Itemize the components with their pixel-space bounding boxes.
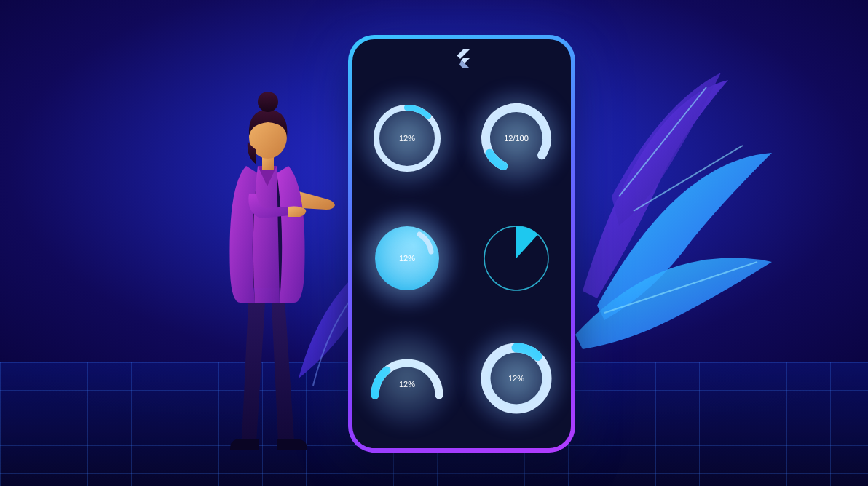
- gauge-grid: 12% 12/100: [352, 79, 571, 438]
- illustration-stage: 12% 12/100: [0, 0, 868, 486]
- gauge-label: 12/100: [504, 134, 529, 143]
- gauge-label: 12%: [399, 380, 415, 389]
- svg-point-10: [258, 92, 278, 112]
- svg-rect-8: [262, 154, 274, 170]
- svg-point-9: [249, 115, 287, 159]
- gauge-label: 12%: [399, 134, 415, 143]
- leaf-cluster-right: [553, 73, 786, 393]
- phone-screen: 12% 12/100: [352, 39, 571, 448]
- gauge-ring-thin: 12%: [363, 95, 451, 182]
- flutter-logo-icon: [454, 49, 470, 71]
- gauge-ring-thick: 12%: [473, 335, 560, 422]
- gauge-arc-half: 12%: [363, 335, 451, 422]
- gauge-fill-circle: 12%: [363, 215, 451, 302]
- gauge-label: 12%: [399, 254, 415, 263]
- gauge-label: 12%: [508, 374, 524, 383]
- phone-mockup: 12% 12/100: [348, 35, 575, 453]
- pie-slice-icon: [476, 218, 556, 298]
- gauge-ring-open: 12/100: [473, 95, 560, 182]
- gauge-pie-outline: [473, 215, 560, 302]
